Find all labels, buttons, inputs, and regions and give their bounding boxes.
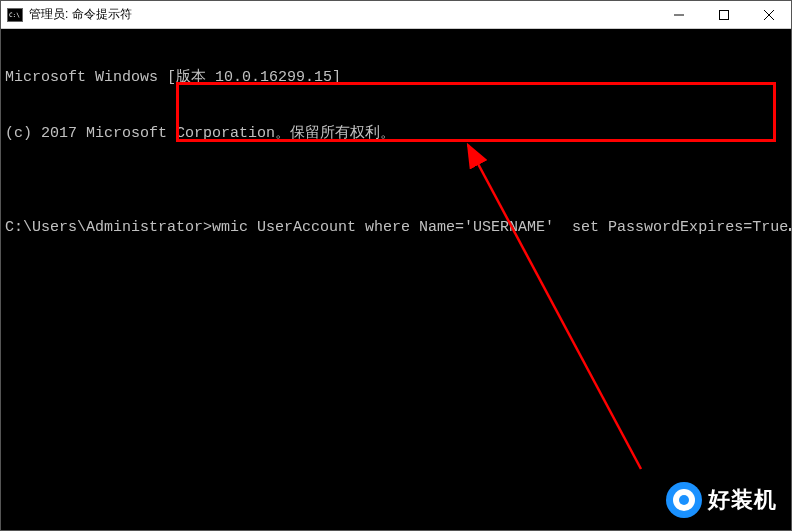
titlebar: 管理员: 命令提示符 <box>1 1 791 29</box>
svg-rect-1 <box>719 10 728 19</box>
minimize-button[interactable] <box>656 1 701 28</box>
svg-line-5 <box>468 145 641 469</box>
watermark: 好装机 <box>666 482 777 518</box>
cmd-window: 管理员: 命令提示符 Microsoft Windows [版本 10.0.16… <box>0 0 792 531</box>
terminal-line: (c) 2017 Microsoft Corporation。保留所有权利。 <box>5 125 787 144</box>
window-title: 管理员: 命令提示符 <box>29 6 132 23</box>
cmd-icon <box>7 8 23 22</box>
window-controls <box>656 1 791 28</box>
watermark-badge-icon <box>666 482 702 518</box>
command-text: wmic UserAccount where Name='USERNAME' s… <box>212 219 788 236</box>
close-button[interactable] <box>746 1 791 28</box>
terminal-area[interactable]: Microsoft Windows [版本 10.0.16299.15] (c)… <box>1 29 791 530</box>
maximize-button[interactable] <box>701 1 746 28</box>
prompt-text: C:\Users\Administrator> <box>5 219 212 236</box>
titlebar-left: 管理员: 命令提示符 <box>1 6 132 23</box>
watermark-text: 好装机 <box>708 486 777 514</box>
annotation-arrow <box>1 29 791 530</box>
cursor <box>789 228 791 231</box>
terminal-prompt-line: C:\Users\Administrator>wmic UserAccount … <box>5 219 787 238</box>
terminal-line: Microsoft Windows [版本 10.0.16299.15] <box>5 69 787 88</box>
